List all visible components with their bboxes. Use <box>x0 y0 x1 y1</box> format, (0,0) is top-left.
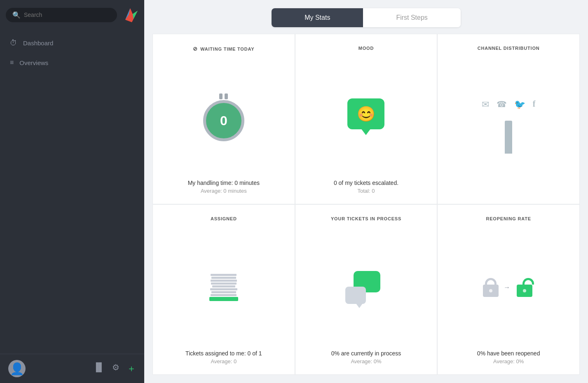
stack-line-2 <box>211 277 236 279</box>
assigned-desc: Tickets assigned to me: 0 of 1 <box>185 350 262 357</box>
search-icon: 🔍 <box>12 11 21 19</box>
stack-line-7 <box>211 291 236 293</box>
avatar[interactable]: 👤 <box>8 360 26 377</box>
card-mood: MOOD 😊 0 of my tickets escalated. Total:… <box>295 34 438 204</box>
assigned-title: ASSIGNED <box>211 216 237 221</box>
twitter-channel-icon: 🐦 <box>514 99 525 110</box>
waiting-time-avg: Average: 0 minutes <box>201 188 247 194</box>
timer-knob-right <box>225 93 228 99</box>
tickets-in-process-avg: Average: 0% <box>351 358 381 364</box>
channel-icons: ✉ ☎ 🐦 f <box>482 99 536 110</box>
channel-dist-icon-area: ✉ ☎ 🐦 f <box>482 59 536 194</box>
card-waiting-time: ⊘ WAITING TIME TODAY 0 My handling time:… <box>152 34 295 204</box>
mood-desc: 0 of my tickets escalated. <box>334 180 398 186</box>
timer-value: 0 <box>220 113 227 128</box>
tickets-in-process-icon-area <box>345 229 387 345</box>
arrow-right-icon: → <box>504 284 510 291</box>
stack-line-5 <box>212 285 235 287</box>
lock-open <box>515 278 534 297</box>
reopening-rate-title: REOPENING RATE <box>486 216 531 221</box>
app-logo <box>122 7 138 23</box>
bubble-secondary <box>345 287 366 304</box>
tickets-in-process-desc: 0% are currently in process <box>331 350 401 357</box>
svg-marker-2 <box>133 11 138 19</box>
assigned-icon-area <box>209 229 238 345</box>
overviews-icon: ≡ <box>10 59 14 66</box>
lock-keyhole-open <box>523 289 526 292</box>
search-bar[interactable]: 🔍 <box>6 8 117 22</box>
facebook-channel-icon: f <box>533 99 536 110</box>
stack-line-8 <box>211 294 237 296</box>
card-assigned: ASSIGNED Tickets assigned <box>152 204 295 375</box>
sidebar-item-dashboard[interactable]: ⏱ Dashboard <box>0 33 144 53</box>
mood-title: MOOD <box>358 46 374 51</box>
tabs-container: My Stats First Steps <box>272 8 461 27</box>
stack-line-6 <box>210 288 238 290</box>
lock-keyhole-closed <box>489 289 492 292</box>
email-channel-icon: ✉ <box>482 99 489 110</box>
sidebar-item-overviews[interactable]: ≡ Overviews <box>0 53 144 72</box>
stack-line-3 <box>211 280 237 282</box>
stats-icon[interactable]: ▐▌ <box>93 362 105 375</box>
dashboard-icon: ⏱ <box>10 39 17 47</box>
sidebar-item-overviews-label: Overviews <box>19 59 48 66</box>
sidebar: 🔍 ⏱ Dashboard ≡ Overviews 👤 ▐▌ ⚙ <box>0 0 144 383</box>
channel-bar <box>505 121 512 154</box>
tab-first-steps[interactable]: First Steps <box>363 8 460 27</box>
bubble-group <box>345 271 387 304</box>
mood-icon-area: 😊 <box>347 59 384 175</box>
reopening-rate-icon-area: → <box>483 229 534 345</box>
waiting-time-title: ⊘ WAITING TIME TODAY <box>193 46 254 52</box>
stack-base <box>209 297 238 301</box>
card-channel-distribution: CHANNEL DISTRIBUTION ✉ ☎ 🐦 f <box>437 34 580 204</box>
sidebar-top: 🔍 <box>0 0 144 30</box>
lock-body-closed <box>483 285 499 297</box>
lock-shackle-closed <box>485 278 497 285</box>
reopening-rate-avg: Average: 0% <box>493 358 524 364</box>
bottom-icons: ▐▌ ⚙ ＋ <box>93 362 136 375</box>
mood-bubble: 😊 <box>347 98 384 129</box>
tickets-in-process-title: YOUR TICKETS IN PROCESS <box>331 216 401 221</box>
timer-circle: 0 <box>203 100 244 141</box>
add-icon[interactable]: ＋ <box>127 362 136 375</box>
main-content: My Stats First Steps ⊘ WAITING TIME TODA… <box>144 0 588 383</box>
waiting-time-desc: My handling time: 0 minutes <box>188 180 260 186</box>
lock-group: → <box>483 278 534 297</box>
stack-papers <box>209 274 238 296</box>
tabs-bar: My Stats First Steps <box>144 0 588 34</box>
phone-channel-icon: ☎ <box>497 99 507 110</box>
channel-dist-title: CHANNEL DISTRIBUTION <box>478 46 540 51</box>
timer-title-icon: ⊘ <box>193 46 198 52</box>
timer-knob-left <box>219 93 223 99</box>
lock-closed <box>483 278 499 297</box>
search-input[interactable] <box>24 12 110 18</box>
stack-icon <box>209 274 238 301</box>
assigned-avg: Average: 0 <box>211 358 237 364</box>
waiting-time-icon-area: 0 <box>203 60 244 175</box>
svg-marker-0 <box>125 8 138 22</box>
tab-my-stats[interactable]: My Stats <box>272 8 363 27</box>
sidebar-bottom: 👤 ▐▌ ⚙ ＋ <box>0 354 144 383</box>
mood-face-icon: 😊 <box>357 107 375 121</box>
settings-icon[interactable]: ⚙ <box>112 362 119 375</box>
reopening-rate-desc: 0% have been reopened <box>477 350 540 357</box>
mood-total: Total: 0 <box>358 188 375 194</box>
lock-shackle-open <box>522 278 534 285</box>
card-tickets-in-process: YOUR TICKETS IN PROCESS 0% are currently… <box>295 204 438 375</box>
sidebar-item-dashboard-label: Dashboard <box>23 40 53 47</box>
nav-items: ⏱ Dashboard ≡ Overviews <box>0 30 144 354</box>
card-reopening-rate: REOPENING RATE → <box>437 204 580 375</box>
stack-line-4 <box>211 283 237 285</box>
cards-grid: ⊘ WAITING TIME TODAY 0 My handling time:… <box>144 34 588 383</box>
stack-line-1 <box>211 274 237 276</box>
lock-body-open <box>517 285 532 297</box>
channel-bar-container <box>505 121 512 154</box>
